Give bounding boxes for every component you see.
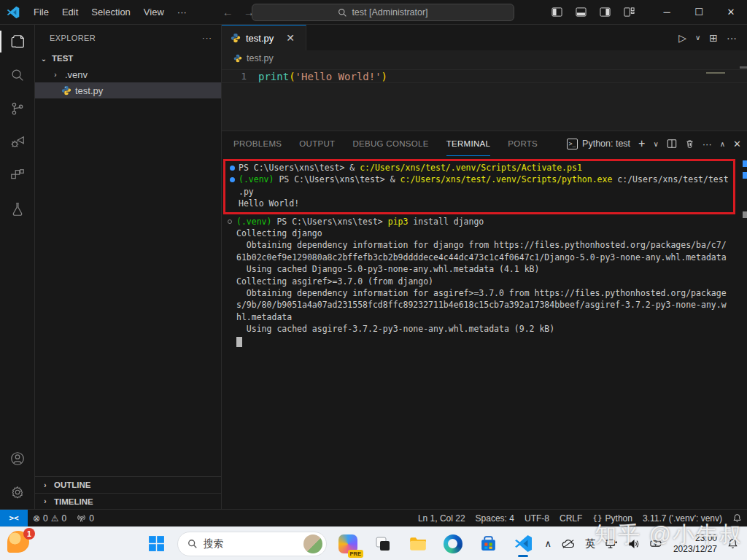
terminal-output[interactable]: PS C:\Users\xns\test> & c:/Users/xns/tes… — [222, 156, 747, 509]
microsoft-store-button[interactable] — [474, 530, 502, 558]
notifications-bell-icon[interactable] — [727, 510, 747, 526]
explorer-icon[interactable] — [0, 25, 35, 58]
terminal-profile-chip[interactable]: >_ Python: test — [567, 139, 630, 149]
search-value: test [Administrator] — [352, 7, 427, 18]
menu-edit[interactable]: Edit — [55, 4, 85, 21]
task-view-button[interactable] — [369, 530, 397, 558]
panel-more-actions[interactable]: ··· — [703, 139, 712, 149]
breadcrumb[interactable]: test.py — [222, 50, 747, 66]
taskbar-search[interactable]: 搜索 — [177, 532, 327, 556]
command-decoration-icon[interactable] — [230, 177, 235, 182]
terminal-overview-ruler — [743, 156, 747, 509]
volume-icon[interactable] — [628, 539, 640, 549]
eol-sequence[interactable]: CRLF — [554, 510, 587, 526]
maximize-panel-icon[interactable]: ∧ — [720, 140, 725, 148]
minimap[interactable] — [693, 69, 737, 128]
split-editor-icon[interactable]: ⊞ — [709, 32, 718, 44]
battery-icon[interactable] — [650, 539, 663, 548]
tab-ports[interactable]: PORTS — [508, 131, 538, 156]
remote-indicator[interactable]: >< — [0, 510, 28, 527]
vscode-taskbar-button[interactable] — [509, 530, 537, 558]
new-terminal-button[interactable]: + — [638, 137, 645, 150]
run-python-button[interactable]: ▷ — [678, 32, 686, 44]
taskbar-corner-app-icon[interactable]: 1 — [7, 531, 32, 556]
tab-close-icon[interactable]: ✕ — [286, 32, 295, 44]
toggle-sidebar-icon[interactable] — [551, 7, 562, 18]
customize-layout-icon[interactable] — [624, 7, 635, 18]
vscode-logo-icon — [7, 6, 20, 19]
copilot-button[interactable]: PRE — [334, 530, 362, 558]
source-control-icon[interactable] — [0, 92, 35, 125]
network-icon[interactable] — [605, 538, 618, 549]
notification-bell-icon[interactable] — [727, 538, 738, 549]
run-debug-icon[interactable] — [0, 125, 35, 159]
nav-back-icon[interactable]: ← — [222, 6, 233, 18]
extensions-icon[interactable] — [0, 159, 35, 192]
terminal-line: Obtaining dependency information for asg… — [223, 287, 737, 299]
search-icon — [187, 539, 198, 549]
outline-section[interactable]: › OUTLINE — [35, 477, 221, 493]
cursor-position[interactable]: Ln 1, Col 22 — [413, 510, 471, 526]
code-line-1: 1 print('Hello World!') — [222, 69, 747, 83]
encoding[interactable]: UTF-8 — [519, 510, 554, 526]
tray-expand-chevron-icon[interactable]: ∧ — [544, 538, 551, 549]
kill-terminal-icon[interactable] — [685, 139, 694, 149]
activity-bar — [0, 25, 35, 509]
menu-view[interactable]: View — [137, 4, 171, 21]
account-icon[interactable] — [0, 442, 35, 475]
tab-output[interactable]: OUTPUT — [299, 131, 335, 156]
testing-icon[interactable] — [0, 192, 35, 226]
language-mode[interactable]: {} Python — [587, 510, 638, 526]
window-close-button[interactable]: ✕ — [715, 0, 747, 25]
code-editor[interactable]: 1 print('Hello World!') — [222, 66, 747, 131]
onedrive-cloud-icon[interactable] — [562, 539, 575, 549]
window-minimize-button[interactable]: ─ — [651, 0, 683, 25]
command-decoration-icon[interactable] — [230, 166, 235, 171]
search-highlight-image — [303, 534, 322, 553]
editor-more-actions[interactable]: ··· — [727, 32, 737, 44]
split-terminal-icon[interactable] — [667, 139, 677, 149]
run-dropdown-icon[interactable]: ∨ — [695, 34, 700, 42]
tab-testpy[interactable]: test.py ✕ — [222, 25, 306, 50]
editor-scrollbar[interactable] — [740, 66, 747, 69]
terminal-cursor — [236, 337, 242, 347]
terminal-line: Using cached Django-5.0-py3-none-any.whl… — [223, 263, 737, 275]
indentation[interactable]: Spaces: 4 — [471, 510, 519, 526]
bottom-panel: PROBLEMS OUTPUT DEBUG CONSOLE TERMINAL P… — [222, 131, 747, 509]
annotation-red-box: PS C:\Users\xns\test> & c:/Users/xns/tes… — [223, 159, 735, 214]
window-maximize-button[interactable]: ☐ — [683, 0, 715, 25]
ime-indicator[interactable]: 英 — [585, 537, 595, 551]
file-explorer-button[interactable] — [404, 530, 432, 558]
command-decoration-icon[interactable] — [228, 219, 232, 224]
problems-counter[interactable]: ⊗0 ⚠0 — [28, 510, 71, 526]
terminal-line: s/9b/80/b9051a4a07ad231558fcd8ffc8923271… — [223, 299, 737, 311]
settings-gear-icon[interactable] — [0, 475, 35, 509]
terminal-line: Hello World! — [225, 198, 733, 209]
ports-indicator[interactable]: 0 — [71, 510, 99, 526]
edge-browser-button[interactable] — [439, 530, 467, 558]
tree-item-venv[interactable]: › .venv — [35, 66, 221, 82]
menu-more[interactable]: ··· — [171, 4, 193, 21]
python-interpreter[interactable]: 3.11.7 ('.venv': venv) — [638, 510, 727, 526]
toggle-panel-icon[interactable] — [576, 7, 587, 18]
tab-problems[interactable]: PROBLEMS — [233, 131, 282, 156]
menu-file[interactable]: File — [27, 4, 55, 21]
timeline-section[interactable]: › TIMELINE — [35, 493, 221, 509]
tab-debug-console[interactable]: DEBUG CONSOLE — [352, 131, 428, 156]
error-icon: ⊗ — [33, 513, 40, 524]
tab-terminal[interactable]: TERMINAL — [446, 131, 491, 156]
command-center-search[interactable]: test [Administrator] — [252, 4, 514, 21]
start-button[interactable] — [142, 530, 170, 558]
toggle-secondary-sidebar-icon[interactable] — [600, 7, 611, 18]
explorer-more-actions[interactable]: ··· — [202, 34, 212, 42]
warning-icon: ⚠ — [51, 513, 59, 524]
menu-selection[interactable]: Selection — [85, 4, 136, 21]
folder-section-header[interactable]: ⌄ TEST — [35, 50, 221, 66]
tray-clock[interactable]: 23:00 2023/12/27 — [673, 533, 717, 555]
search-view-icon[interactable] — [0, 58, 35, 92]
search-placeholder: 搜索 — [204, 537, 223, 551]
tree-item-testpy[interactable]: test.py — [35, 82, 221, 98]
close-panel-icon[interactable]: ✕ — [733, 139, 741, 149]
terminal-line: (.venv) PS C:\Users\xns\test> & c:/Users… — [225, 174, 733, 185]
terminal-dropdown-icon[interactable]: ∨ — [653, 140, 658, 148]
